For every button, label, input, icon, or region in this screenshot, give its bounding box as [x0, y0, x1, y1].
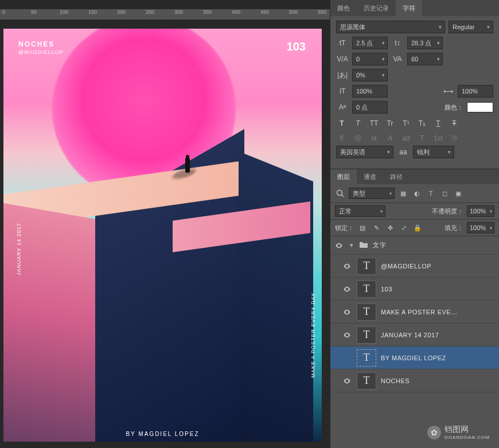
document-canvas[interactable]: NOCHES @MAGDIELLOP 103 JANUARY 14 2017 M… [3, 29, 322, 442]
layer-name: 文字 [373, 241, 494, 250]
lock-all-icon[interactable]: 🔒 [412, 223, 423, 232]
style-strikethrough[interactable]: Ŧ [449, 118, 460, 128]
baseline-field[interactable]: 0 点 [352, 101, 388, 114]
search-icon [335, 189, 345, 198]
visibility-icon[interactable] [335, 241, 343, 250]
style-allcaps[interactable]: TT [368, 118, 380, 128]
ot-stylistic[interactable]: ad [400, 133, 412, 143]
lock-artboard-icon[interactable]: ⤢ [399, 223, 409, 232]
layer-text-by[interactable]: T BY MAGDIEL LOPEZ [330, 346, 499, 369]
fill-field[interactable]: 100% [467, 222, 494, 233]
kerning-field[interactable]: 0 [352, 53, 388, 65]
text-layer-icon: T [357, 372, 376, 389]
opentype-row: fi ⓞ st A ad T 1st ½ [336, 133, 493, 143]
layer-name: @MAGDIELLOP [381, 263, 494, 270]
lock-label: 锁定： [335, 224, 354, 232]
filter-smart-icon[interactable]: ▣ [453, 189, 463, 198]
tab-history[interactable]: 历史记录 [357, 0, 396, 16]
kerning-icon: V/A [336, 53, 349, 65]
text-layer-icon: T [357, 326, 376, 344]
height-icon: |あ| [336, 69, 349, 81]
aa-icon: aa [397, 146, 410, 158]
ruler-horizontal: 050100150200250300350400450500550 [0, 9, 330, 20]
tab-paths[interactable]: 路径 [383, 169, 410, 184]
text-layer-icon: T [357, 281, 376, 298]
panels-column: 颜色 历史记录 字符 思源黑体 Regular tT 2.5 点 t↕ 28.3… [330, 0, 499, 448]
text-layer-icon: T [357, 258, 376, 275]
ot-discretionary[interactable]: st [368, 133, 380, 143]
layer-text-january[interactable]: T JANUARY 14 2017 [330, 324, 499, 346]
character-panel-tabs: 颜色 历史记录 字符 [330, 0, 499, 16]
ot-ligatures[interactable]: fi [336, 133, 348, 143]
ot-ordinals[interactable]: 1st [432, 133, 444, 143]
leading-icon: t↕ [391, 37, 404, 49]
layer-name: 103 [381, 286, 494, 293]
ot-swash[interactable]: A [384, 133, 396, 143]
tracking-icon: VA [391, 53, 404, 65]
filter-type-select[interactable]: 类型 [349, 188, 395, 199]
font-weight-select[interactable]: Regular [449, 21, 493, 33]
layer-text-make[interactable]: T MAKE A POSTER EVE… [330, 301, 499, 324]
vscale-field[interactable]: 100% [352, 85, 388, 98]
layer-name: BY MAGDIEL LOPEZ [381, 354, 494, 361]
layers-panel: 图层 通道 路径 类型 ▦ ◐ T ◻ ▣ 正常 不透明度： 100% 锁定： [330, 169, 499, 448]
layer-text-handle[interactable]: T @MAGDIELLOP [330, 255, 499, 278]
layer-text-noches[interactable]: T NOCHES [330, 369, 499, 392]
fill-label: 填充： [445, 224, 463, 232]
style-bold[interactable]: T [336, 118, 348, 128]
text-noches: NOCHES [18, 40, 54, 48]
text-color-swatch[interactable] [467, 102, 493, 112]
style-italic[interactable]: T [352, 118, 364, 128]
visibility-icon[interactable] [343, 308, 351, 316]
lock-pixels-icon[interactable]: ✎ [371, 223, 381, 232]
character-panel: 思源黑体 Regular tT 2.5 点 t↕ 28.3 点 V/A 0 VA… [330, 16, 499, 169]
blend-mode-select[interactable]: 正常 [335, 205, 385, 217]
svg-line-1 [342, 195, 344, 197]
antialias-select[interactable]: 锐利 [413, 146, 454, 158]
lock-position-icon[interactable]: ✥ [385, 223, 395, 232]
lock-transparency-icon[interactable]: ▨ [357, 223, 368, 232]
style-smallcaps[interactable]: Tr [384, 118, 396, 128]
opacity-field[interactable]: 100% [467, 205, 494, 217]
text-number: 103 [287, 40, 306, 53]
tab-layers[interactable]: 图层 [330, 169, 357, 184]
language-select[interactable]: 美国英语 [336, 146, 393, 158]
filter-shape-icon[interactable]: ◻ [439, 189, 450, 198]
style-subscript[interactable]: T₁ [416, 118, 428, 128]
layer-text-103[interactable]: T 103 [330, 278, 499, 301]
font-family-select[interactable]: 思源黑体 [336, 21, 445, 33]
text-byline: BY MAGDIEL LOPEZ [126, 431, 199, 437]
text-handle: @MAGDIELLOP [18, 49, 64, 55]
layer-filter-bar: 类型 ▦ ◐ T ◻ ▣ [330, 184, 499, 203]
tracking-field[interactable]: 60 [407, 53, 443, 65]
visibility-icon[interactable] [343, 331, 351, 339]
ot-titling[interactable]: T [416, 133, 428, 143]
visibility-icon[interactable] [343, 285, 351, 293]
layer-group-text[interactable]: ▾ 文字 [330, 236, 499, 255]
ot-contextual[interactable]: ⓞ [352, 133, 364, 143]
layer-name: MAKE A POSTER EVE… [381, 309, 494, 315]
hscale-field[interactable]: 100% [458, 85, 493, 98]
tab-character[interactable]: 字符 [396, 0, 422, 16]
tab-channels[interactable]: 通道 [357, 169, 383, 184]
color-label: 颜色： [445, 103, 463, 112]
filter-pixel-icon[interactable]: ▦ [398, 189, 408, 198]
font-size-field[interactable]: 2.5 点 [352, 37, 388, 49]
style-superscript[interactable]: T¹ [400, 118, 412, 128]
style-underline[interactable]: T [432, 118, 444, 128]
vscale-icon: IT [336, 85, 349, 98]
filter-adjustment-icon[interactable]: ◐ [412, 189, 422, 198]
expand-icon[interactable]: ▾ [348, 241, 356, 249]
person-silhouette [184, 155, 191, 174]
opacity-label: 不透明度： [432, 207, 463, 216]
visibility-icon[interactable] [343, 262, 351, 270]
layers-panel-tabs: 图层 通道 路径 [330, 169, 499, 184]
ot-fractions[interactable]: ½ [449, 133, 460, 143]
text-sidebar: MAKE A POSTER EVERY DAY [310, 293, 316, 378]
leading-field[interactable]: 28.3 点 [407, 37, 443, 49]
z-letter-3d [3, 143, 322, 442]
height-field[interactable]: 0% [352, 69, 388, 81]
svg-point-0 [337, 190, 342, 196]
visibility-icon[interactable] [343, 377, 351, 385]
filter-type-icon[interactable]: T [426, 189, 436, 198]
